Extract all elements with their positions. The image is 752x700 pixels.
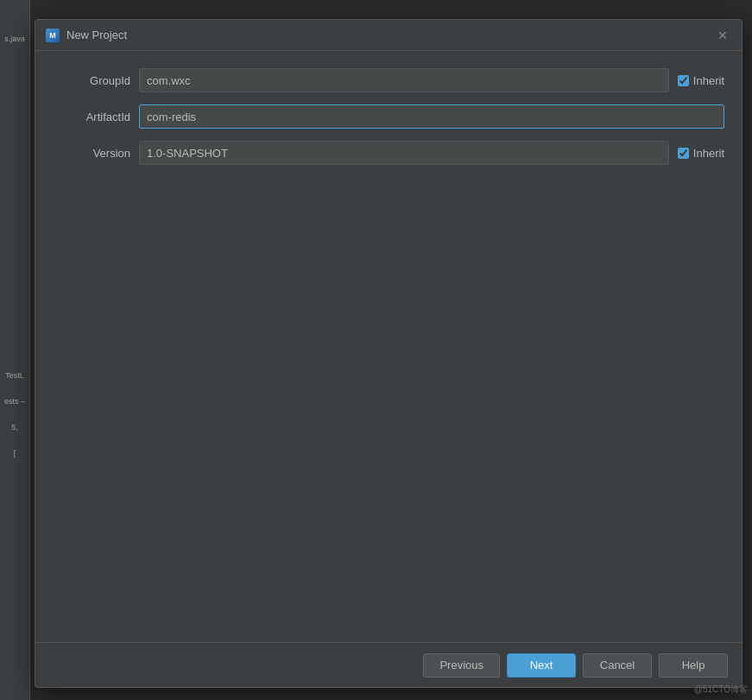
dialog-title: New Project [66,28,127,41]
watermark: @51CTO博客 [694,684,748,696]
groupid-inherit-checkbox[interactable] [678,75,689,86]
previous-button[interactable]: Previous [423,653,500,678]
artifactid-row: ArtifactId [53,104,724,129]
dialog-title-left: M New Project [46,28,127,42]
groupid-inherit-label[interactable]: Inherit [693,74,724,87]
side-panel-item-4[interactable]: 5, [0,414,29,440]
version-row: Version Inherit [53,141,724,165]
version-inherit: Inherit [678,147,724,160]
version-inherit-label[interactable]: Inherit [693,147,724,160]
side-panel-item-3[interactable]: ests – [0,388,29,414]
groupid-label: GroupId [53,74,130,87]
artifactid-label: ArtifactId [53,110,130,123]
version-inherit-checkbox[interactable] [678,148,689,159]
version-input[interactable] [139,141,669,165]
groupid-input[interactable] [139,68,669,92]
dialog-titlebar: M New Project ✕ [35,20,742,51]
groupid-inherit: Inherit [678,74,724,87]
dialog-footer: Previous Next Cancel Help [35,642,742,687]
close-button[interactable]: ✕ [714,27,731,44]
new-project-dialog: M New Project ✕ GroupId Inherit Artifact… [35,19,743,688]
next-button[interactable]: Next [507,653,576,678]
version-label: Version [53,147,130,160]
cancel-button[interactable]: Cancel [583,653,652,678]
groupid-row: GroupId Inherit [53,68,724,92]
side-panel-item-2[interactable]: TestL [0,363,29,388]
dialog-icon: M [46,28,60,42]
help-button[interactable]: Help [659,653,728,678]
side-panel-item-1[interactable]: s.java [0,26,29,52]
artifactid-input[interactable] [139,104,724,129]
side-panel: s.java TestL ests – 5, [ [0,0,30,700]
side-panel-item-5[interactable]: [ [0,440,29,466]
dialog-body: GroupId Inherit ArtifactId Version Inher… [35,51,742,642]
